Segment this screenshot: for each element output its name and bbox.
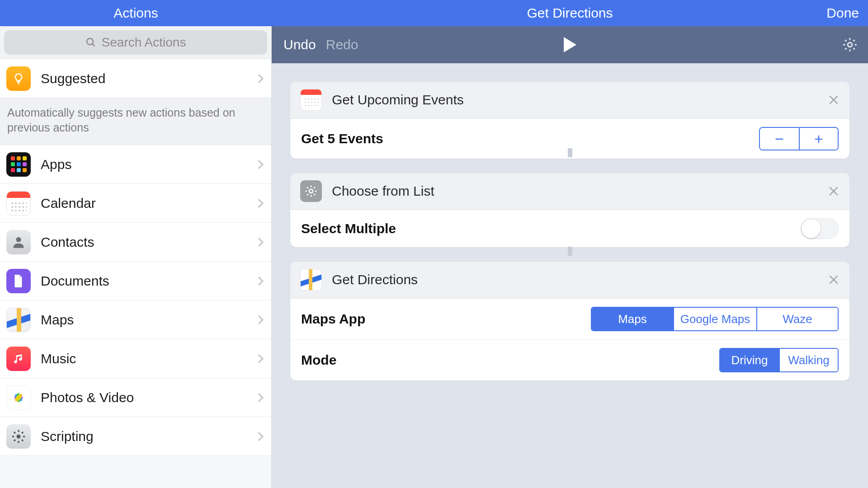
undo-button[interactable]: Undo: [283, 37, 316, 52]
maps-icon: [6, 308, 31, 332]
mode-option-walking[interactable]: Walking: [779, 349, 838, 371]
lightbulb-icon: [6, 66, 31, 91]
sidebar-item-documents[interactable]: Documents: [0, 262, 271, 300]
gear-icon[interactable]: [842, 37, 858, 53]
action-card-get-directions: Get Directions Maps App Maps Google Maps…: [290, 261, 850, 381]
editor-toolbar: Undo Redo: [272, 26, 868, 63]
svg-point-13: [309, 189, 313, 193]
maps-icon: [300, 269, 322, 291]
svg-point-0: [87, 38, 93, 45]
documents-icon: [6, 269, 31, 293]
events-count-label: Get 5 Events: [301, 131, 759, 146]
actions-sidebar: Search Actions Suggested Automatically s…: [0, 26, 272, 488]
sidebar-item-calendar[interactable]: Calendar: [0, 184, 271, 223]
chevron-right-icon: [255, 354, 264, 363]
scripting-icon: [6, 424, 31, 449]
chevron-right-icon: [255, 74, 264, 83]
chevron-right-icon: [255, 277, 264, 286]
title-bar: Actions Get Directions Done: [0, 0, 868, 26]
sidebar-item-music[interactable]: Music: [0, 339, 271, 378]
play-icon[interactable]: [564, 37, 576, 52]
suggested-description: Automatically suggests new actions based…: [0, 98, 271, 145]
close-icon[interactable]: [828, 185, 840, 197]
calendar-icon: [300, 89, 322, 111]
redo-button: Redo: [326, 37, 359, 52]
sidebar-item-photos[interactable]: Photos & Video: [0, 378, 271, 417]
workflow-editor: Undo Redo Get Upcoming Events: [272, 26, 868, 488]
sidebar-item-maps[interactable]: Maps: [0, 300, 271, 339]
chevron-right-icon: [255, 393, 264, 402]
maps-option-waze[interactable]: Waze: [756, 308, 838, 330]
stepper-minus-button[interactable]: −: [760, 128, 799, 150]
mode-label: Mode: [301, 352, 719, 368]
action-card-upcoming-events: Get Upcoming Events Get 5 Events − +: [290, 81, 850, 159]
select-multiple-label: Select Multiple: [301, 221, 801, 236]
maps-option-google[interactable]: Google Maps: [673, 308, 756, 330]
contacts-icon: [6, 230, 31, 254]
sidebar-item-scripting[interactable]: Scripting: [0, 417, 271, 456]
done-button[interactable]: Done: [826, 5, 859, 21]
calendar-icon: [6, 191, 31, 216]
gear-icon: [300, 180, 322, 202]
search-icon: [85, 37, 96, 48]
chevron-right-icon: [255, 199, 264, 208]
music-icon: [6, 347, 31, 371]
sidebar-item-apps[interactable]: Apps: [0, 145, 271, 184]
sidebar-title: Actions: [0, 0, 272, 26]
select-multiple-toggle[interactable]: [801, 218, 839, 239]
maps-app-selector: Maps Google Maps Waze: [591, 307, 839, 331]
chevron-right-icon: [255, 238, 264, 247]
workflow-title: Get Directions: [272, 5, 868, 21]
photos-icon: [6, 385, 31, 410]
action-card-choose-from-list: Choose from List Select Multiple: [290, 173, 850, 248]
stepper-plus-button[interactable]: +: [799, 128, 838, 150]
svg-point-10: [848, 42, 852, 47]
events-count-stepper: − +: [759, 127, 839, 150]
sidebar-item-contacts[interactable]: Contacts: [0, 223, 271, 262]
maps-option-maps[interactable]: Maps: [592, 308, 673, 330]
mode-option-driving[interactable]: Driving: [720, 349, 779, 371]
connector: [568, 247, 572, 256]
search-input[interactable]: Search Actions: [4, 30, 267, 55]
chevron-right-icon: [255, 432, 264, 441]
close-icon[interactable]: [828, 274, 840, 286]
svg-point-2: [16, 237, 21, 242]
maps-app-label: Maps App: [301, 311, 591, 327]
apps-icon: [6, 152, 31, 177]
search-placeholder: Search Actions: [102, 35, 186, 50]
mode-selector: Driving Walking: [719, 348, 839, 372]
close-icon[interactable]: [828, 94, 840, 106]
chevron-right-icon: [255, 160, 264, 169]
chevron-right-icon: [255, 315, 264, 324]
connector: [568, 148, 572, 157]
sidebar-item-suggested[interactable]: Suggested: [0, 59, 271, 98]
svg-line-1: [92, 44, 94, 46]
svg-point-9: [16, 434, 20, 438]
